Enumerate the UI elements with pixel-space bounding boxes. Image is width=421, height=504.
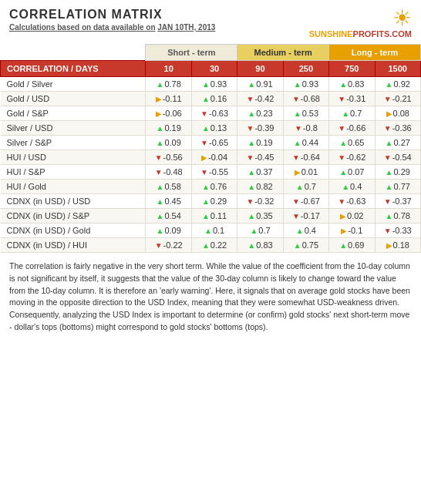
cell-value: ▶0.08: [375, 106, 421, 121]
cell-value: ▲0.29: [375, 165, 421, 180]
row-label: CDNX (in USD) / HUI: [1, 238, 146, 253]
cell-value: ▼-0.17: [283, 209, 328, 223]
col-750: 750: [329, 61, 375, 77]
row-label: Gold / USD: [1, 92, 146, 106]
cell-value: ▲0.54: [146, 209, 191, 223]
arrow-right-icon: ▶: [295, 168, 301, 176]
cell-value: ▲0.78: [375, 209, 421, 223]
arrow-up-icon: ▲: [342, 109, 349, 118]
arrow-up-icon: ▲: [339, 168, 347, 176]
cell-number: -0.21: [392, 94, 412, 103]
cell-number: 0.11: [210, 211, 227, 220]
table-row: HUI / USD▼-0.56▶-0.04▼-0.45▼-0.64▼-0.62▼…: [1, 150, 421, 165]
cell-value: ▲0.27: [375, 136, 421, 150]
cell-value: ▲0.75: [283, 238, 328, 253]
page-header: CORRELATION MATRIX Calculations based on…: [0, 0, 421, 44]
cell-value: ▼-0.37: [375, 194, 421, 209]
arrow-up-icon: ▲: [248, 168, 255, 176]
logo-sunshine: SUNSHINE: [309, 29, 353, 39]
cell-number: -0.66: [346, 123, 365, 133]
cell-value: ▲0.4: [329, 180, 375, 194]
cell-value: ▲0.83: [329, 77, 375, 92]
cell-value: ▲0.22: [191, 238, 237, 253]
col-1500: 1500: [375, 61, 421, 77]
arrow-up-icon: ▲: [248, 212, 255, 220]
arrow-up-icon: ▲: [339, 80, 347, 89]
arrow-up-icon: ▲: [294, 139, 301, 147]
cell-number: 0.93: [302, 79, 318, 89]
cell-value: ▲0.16: [191, 92, 237, 106]
cell-value: ▶-0.11: [146, 92, 191, 106]
cell-value: ▲0.1: [191, 223, 237, 238]
cell-number: -0.62: [346, 153, 365, 162]
cell-number: 0.02: [347, 211, 363, 220]
cell-number: 0.7: [258, 226, 270, 235]
cell-value: ▲0.82: [237, 180, 283, 194]
arrow-up-icon: ▲: [202, 124, 210, 133]
cell-number: 0.7: [305, 182, 316, 191]
cell-value: ▼-0.48: [146, 165, 191, 180]
arrow-up-icon: ▲: [157, 212, 164, 220]
arrow-up-icon: ▲: [202, 80, 210, 89]
col-10: 10: [146, 61, 191, 77]
col-label: CORRELATION / DAYS: [1, 61, 146, 77]
cell-value: ▲0.69: [329, 238, 375, 253]
arrow-up-icon: ▲: [204, 227, 212, 235]
group-short-term: Short - term: [146, 45, 237, 61]
cell-value: ▶0.01: [283, 165, 328, 180]
cell-value: ▼-0.66: [329, 121, 375, 136]
arrow-down-icon: ▼: [384, 227, 392, 235]
cell-number: -0.45: [254, 153, 274, 162]
arrow-up-icon: ▲: [157, 80, 164, 89]
cell-number: 0.92: [393, 79, 409, 89]
cell-number: -0.55: [209, 167, 228, 176]
table-row: CDNX (in USD) / USD▲0.45▲0.29▼-0.32▼-0.6…: [1, 194, 421, 209]
row-label: Gold / S&P: [1, 106, 146, 121]
arrow-up-icon: ▲: [339, 241, 347, 250]
cell-number: 0.35: [256, 211, 272, 220]
cell-number: 0.53: [302, 109, 318, 118]
page-title: CORRELATION MATRIX: [9, 8, 215, 22]
cell-number: -0.56: [163, 153, 183, 162]
correlation-table: Short - term Medium - term Long - term C…: [0, 44, 421, 253]
arrow-up-icon: ▲: [248, 183, 255, 191]
cell-value: ▲0.78: [146, 77, 191, 92]
cell-value: ▼-0.39: [237, 121, 283, 136]
arrow-down-icon: ▼: [155, 241, 163, 250]
row-label: HUI / USD: [1, 150, 146, 165]
arrow-down-icon: ▼: [246, 153, 254, 162]
subtitle-date: JAN 10TH, 2013: [157, 23, 215, 32]
arrow-up-icon: ▲: [250, 227, 258, 235]
row-label: CDNX (in USD) / S&P: [1, 209, 146, 223]
logo-profits: PROFITS: [353, 29, 390, 39]
arrow-down-icon: ▼: [384, 153, 392, 162]
cell-value: ▲0.83: [237, 238, 283, 253]
cell-value: ▼-0.42: [237, 92, 283, 106]
table-row: CDNX (in USD) / HUI▼-0.22▲0.22▲0.83▲0.75…: [1, 238, 421, 253]
sun-icon: ☀: [392, 8, 412, 29]
arrow-down-icon: ▼: [292, 212, 300, 220]
table-row: Gold / USD▶-0.11▲0.16▼-0.42▼-0.68▼-0.31▼…: [1, 92, 421, 106]
cell-value: ▲0.7: [283, 180, 328, 194]
cell-value: ▲0.91: [237, 77, 283, 92]
cell-value: ▲0.19: [146, 121, 191, 136]
cell-number: 0.44: [302, 138, 318, 147]
arrow-up-icon: ▲: [202, 212, 210, 220]
arrow-up-icon: ▲: [296, 183, 304, 191]
cell-number: -0.31: [346, 94, 365, 103]
cell-value: ▼-0.33: [375, 223, 421, 238]
arrow-up-icon: ▲: [339, 139, 347, 147]
cell-number: 0.01: [301, 167, 318, 176]
arrow-up-icon: ▲: [157, 139, 164, 147]
arrow-up-icon: ▲: [202, 95, 210, 103]
group-long-term: Long - term: [329, 45, 421, 61]
cell-number: 0.27: [393, 138, 409, 147]
arrow-right-icon: ▶: [341, 227, 347, 235]
cell-number: 0.23: [256, 109, 272, 118]
table-body: Gold / Silver▲0.78▲0.93▲0.91▲0.93▲0.83▲0…: [1, 77, 421, 253]
cell-number: 0.75: [302, 240, 318, 250]
cell-value: ▶0.18: [375, 238, 421, 253]
arrow-down-icon: ▼: [246, 95, 254, 103]
cell-value: ▼-0.62: [329, 150, 375, 165]
arrow-up-icon: ▲: [248, 80, 255, 89]
